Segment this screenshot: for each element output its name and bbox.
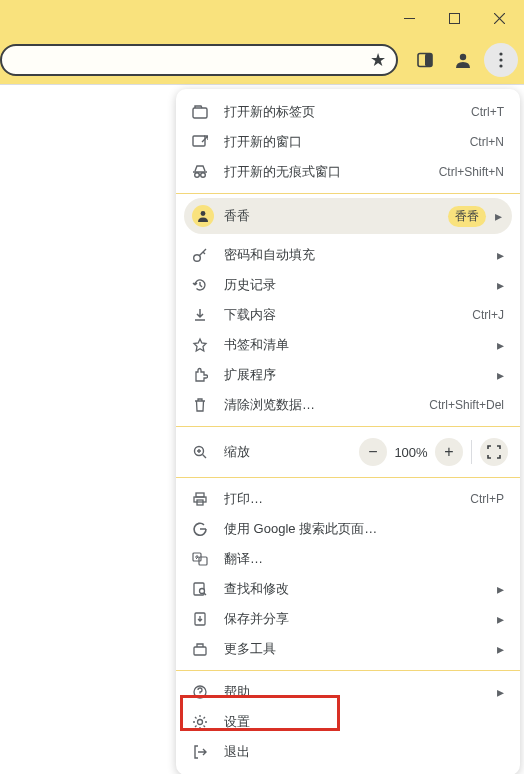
zoom-icon	[190, 444, 210, 460]
svg-point-6	[499, 58, 502, 61]
menu-shortcut: Ctrl+T	[471, 105, 504, 119]
menu-print[interactable]: 打印… Ctrl+P	[176, 484, 520, 514]
menu-label: 帮助	[224, 683, 494, 701]
chevron-right-icon: ▸	[494, 641, 504, 657]
help-icon	[190, 684, 210, 700]
chevron-right-icon: ▸	[494, 247, 504, 263]
google-icon	[190, 521, 210, 537]
menu-label: 设置	[224, 713, 504, 731]
svg-rect-23	[194, 647, 206, 655]
browser-toolbar: ★	[0, 36, 524, 84]
menu-label: 更多工具	[224, 640, 494, 658]
profile-button[interactable]	[446, 43, 480, 77]
menu-bookmarks[interactable]: 书签和清单 ▸	[176, 330, 520, 360]
menu-exit[interactable]: 退出	[176, 737, 520, 767]
menu-settings[interactable]: 设置	[176, 707, 520, 737]
menu-translate[interactable]: 翻译…	[176, 544, 520, 574]
zoom-label: 缩放	[224, 443, 359, 461]
menu-label: 历史记录	[224, 276, 494, 294]
divider	[471, 440, 472, 464]
menu-label: 密码和自动填充	[224, 246, 494, 264]
svg-point-12	[201, 211, 206, 216]
history-icon	[190, 277, 210, 293]
svg-point-26	[198, 720, 203, 725]
chevron-right-icon: ▸	[494, 337, 504, 353]
menu-shortcut: Ctrl+P	[470, 492, 504, 506]
extension-icon	[190, 367, 210, 383]
trash-icon	[190, 397, 210, 413]
menu-save-share[interactable]: 保存并分享 ▸	[176, 604, 520, 634]
zoom-in-button[interactable]: +	[435, 438, 463, 466]
profile-name: 香香	[224, 207, 448, 225]
chevron-right-icon: ▸	[494, 367, 504, 383]
menu-history[interactable]: 历史记录 ▸	[176, 270, 520, 300]
menu-more-tools[interactable]: 更多工具 ▸	[176, 634, 520, 664]
svg-point-21	[200, 589, 205, 594]
menu-new-tab[interactable]: 打开新的标签页 Ctrl+T	[176, 97, 520, 127]
gear-icon	[190, 714, 210, 730]
menu-zoom: 缩放 − 100% +	[176, 431, 520, 473]
tools-icon	[190, 641, 210, 657]
chevron-right-icon: ▸	[494, 277, 504, 293]
menu-search-page[interactable]: 使用 Google 搜索此页面…	[176, 514, 520, 544]
download-icon	[190, 307, 210, 323]
new-window-icon	[190, 135, 210, 149]
svg-point-11	[201, 173, 206, 178]
zoom-value: 100%	[387, 445, 435, 460]
menu-label: 翻译…	[224, 550, 504, 568]
minimize-button[interactable]	[387, 1, 432, 35]
menu-shortcut: Ctrl+N	[470, 135, 504, 149]
svg-point-25	[199, 695, 201, 697]
chevron-right-icon: ▸	[494, 611, 504, 627]
menu-label: 打印…	[224, 490, 462, 508]
menu-passwords[interactable]: 密码和自动填充 ▸	[176, 240, 520, 270]
maximize-button[interactable]	[432, 1, 477, 35]
side-panel-button[interactable]	[408, 43, 442, 77]
key-icon	[190, 247, 210, 263]
menu-label: 打开新的标签页	[224, 103, 463, 121]
menu-help[interactable]: 帮助 ▸	[176, 677, 520, 707]
menu-clear-data[interactable]: 清除浏览数据… Ctrl+Shift+Del	[176, 390, 520, 420]
menu-separator	[176, 670, 520, 671]
close-button[interactable]	[477, 1, 522, 35]
menu-downloads[interactable]: 下载内容 Ctrl+J	[176, 300, 520, 330]
menu-label: 查找和修改	[224, 580, 494, 598]
exit-icon	[190, 744, 210, 760]
menu-incognito[interactable]: 打开新的无痕式窗口 Ctrl+Shift+N	[176, 157, 520, 187]
svg-rect-8	[193, 108, 207, 118]
menu-profile[interactable]: 香香 香香 ▸	[184, 198, 512, 234]
menu-find-edit[interactable]: 查找和修改 ▸	[176, 574, 520, 604]
star-icon	[190, 337, 210, 353]
svg-point-13	[194, 255, 201, 262]
menu-label: 保存并分享	[224, 610, 494, 628]
print-icon	[190, 491, 210, 507]
translate-icon	[190, 551, 210, 567]
fullscreen-button[interactable]	[480, 438, 508, 466]
menu-new-window[interactable]: 打开新的窗口 Ctrl+N	[176, 127, 520, 157]
menu-separator	[176, 477, 520, 478]
chevron-right-icon: ▸	[494, 581, 504, 597]
save-icon	[190, 611, 210, 627]
new-tab-icon	[190, 105, 210, 119]
avatar-icon	[192, 205, 214, 227]
svg-point-7	[499, 64, 502, 67]
menu-label: 退出	[224, 743, 504, 761]
chevron-right-icon: ▸	[494, 684, 504, 700]
incognito-icon	[190, 165, 210, 179]
menu-label: 下载内容	[224, 306, 464, 324]
bookmark-star-icon[interactable]: ★	[370, 49, 386, 71]
svg-point-5	[499, 52, 502, 55]
svg-point-10	[195, 173, 200, 178]
find-icon	[190, 581, 210, 597]
svg-rect-1	[450, 13, 460, 23]
page-content: 打开新的标签页 Ctrl+T 打开新的窗口 Ctrl+N 打开新的无痕式窗口 C…	[0, 84, 524, 774]
menu-label: 使用 Google 搜索此页面…	[224, 520, 504, 538]
address-bar[interactable]: ★	[0, 44, 398, 76]
menu-separator	[176, 426, 520, 427]
menu-extensions[interactable]: 扩展程序 ▸	[176, 360, 520, 390]
menu-label: 打开新的无痕式窗口	[224, 163, 431, 181]
more-menu-button[interactable]	[484, 43, 518, 77]
menu-shortcut: Ctrl+Shift+Del	[429, 398, 504, 412]
profile-badge: 香香	[448, 206, 486, 227]
zoom-out-button[interactable]: −	[359, 438, 387, 466]
